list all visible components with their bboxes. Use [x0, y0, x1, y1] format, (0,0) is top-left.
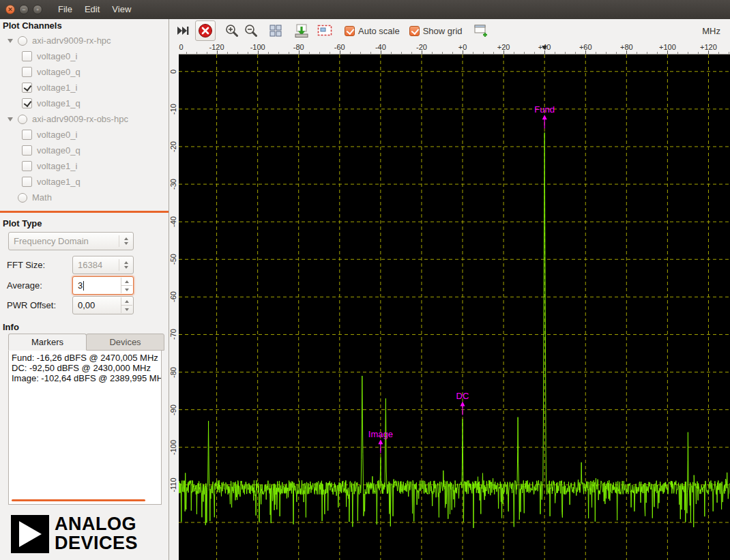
tab-devices[interactable]: Devices	[86, 334, 164, 351]
x-tick-mark	[330, 52, 330, 54]
x-tick-mark	[299, 50, 300, 54]
stop-button[interactable]	[195, 20, 216, 41]
y-tick-label: -30	[169, 172, 177, 196]
zoom-fit-button[interactable]	[266, 20, 285, 41]
ruler-marker-indicator-icon	[542, 46, 547, 50]
tree-item-voltage0-i[interactable]: voltage0_i	[0, 127, 169, 143]
x-tick-mark	[626, 50, 627, 54]
combo-arrows-icon	[119, 259, 128, 271]
channel-checkbox[interactable]	[22, 67, 32, 77]
fft-size-value: 16384	[78, 260, 102, 270]
capture-play-button[interactable]	[173, 20, 192, 41]
average-decrement-button[interactable]	[121, 285, 132, 293]
analog-devices-logo-text: ANALOG DEVICES	[55, 514, 138, 552]
tree-item-axi-adrv9009-rx-hpc[interactable]: axi-adrv9009-rx-hpc	[0, 33, 169, 48]
x-tick-mark	[534, 52, 535, 54]
x-tick-mark	[452, 52, 453, 54]
tree-item-voltage1-q[interactable]: voltage1_q	[0, 174, 169, 190]
x-tick-mark	[503, 50, 504, 54]
zoom-out-button[interactable]	[242, 20, 261, 41]
channel-checkbox[interactable]	[22, 130, 32, 140]
x-tick-mark	[196, 52, 197, 54]
y-tick-label: -80	[169, 360, 177, 385]
text-caret	[83, 281, 84, 291]
expander-icon[interactable]	[8, 117, 13, 121]
x-tick-mark	[688, 52, 688, 54]
x-tick-mark	[268, 52, 269, 54]
checkbox-check-icon	[345, 26, 355, 36]
plot-type-combo[interactable]: Frequency Domain	[8, 232, 134, 250]
channel-checkbox[interactable]	[22, 98, 32, 108]
tab-markers[interactable]: Markers	[8, 334, 87, 351]
x-tick-mark	[411, 52, 412, 54]
x-tick-mark	[289, 52, 289, 54]
tree-item-label: voltage0_i	[37, 51, 77, 61]
plot-type-value: Frequency Domain	[14, 236, 89, 246]
radio-icon[interactable]	[18, 193, 27, 203]
menu-edit[interactable]: Edit	[78, 0, 106, 19]
tree-item-voltage0-q[interactable]: voltage0_q	[0, 64, 169, 80]
pwr-offset-increment-button[interactable]	[121, 297, 132, 305]
average-value: 3	[78, 280, 83, 291]
spin-buttons	[121, 297, 132, 313]
average-increment-button[interactable]	[121, 278, 132, 285]
x-tick-mark	[596, 52, 596, 54]
tree-item-voltage1-i[interactable]: voltage1_i	[0, 158, 169, 174]
marker-info-line: Fund: -16,26 dBFS @ 2470,005 MHz	[12, 353, 158, 363]
x-tick-mark	[473, 52, 473, 54]
snapshot-button[interactable]	[315, 20, 334, 41]
x-tick-mark	[483, 52, 484, 54]
horizontal-scrollbar[interactable]	[12, 499, 145, 501]
marker-arrow-icon	[542, 115, 547, 119]
x-axis-ruler: -140-120-100-80-60-40-20+0+20+40+60+80+1…	[179, 42, 730, 55]
pwr-offset-spinbox[interactable]: 0,00	[72, 296, 134, 314]
save-capture-button[interactable]	[292, 20, 311, 41]
y-tick-label: -100	[169, 435, 177, 460]
auto-scale-checkbox[interactable]: Auto scale	[345, 26, 400, 36]
marker-info-panel[interactable]: Fund: -16,26 dBFS @ 2470,005 MHz DC: -92…	[8, 350, 162, 505]
channel-checkbox[interactable]	[22, 83, 32, 93]
window-maximize-button[interactable]: ▫	[33, 5, 42, 14]
channel-checkbox[interactable]	[22, 51, 32, 61]
radio-icon[interactable]	[18, 115, 27, 124]
logo-line2: DEVICES	[55, 533, 138, 552]
y-tick-label: -90	[169, 398, 177, 422]
fft-size-combo[interactable]: 16384	[72, 256, 134, 274]
channel-checkbox[interactable]	[22, 145, 32, 156]
tree-item-voltage1-i[interactable]: voltage1_i	[0, 80, 169, 95]
x-tick-mark	[217, 50, 218, 54]
y-tick-label: -40	[169, 209, 177, 234]
tree-item-voltage1-q[interactable]: voltage1_q	[0, 95, 169, 111]
pwr-offset-decrement-button[interactable]	[121, 305, 132, 313]
channel-checkbox[interactable]	[22, 177, 32, 187]
tree-item-voltage0-i[interactable]: voltage0_i	[0, 48, 169, 64]
x-tick-mark	[718, 52, 719, 54]
fft-size-label: FFT Size:	[7, 260, 45, 270]
window-buttons: ✕ − ▫	[5, 5, 42, 14]
menu-file[interactable]: File	[52, 0, 78, 19]
snapshot-region-icon	[317, 23, 333, 39]
tree-item-voltage0-q[interactable]: voltage0_q	[0, 143, 169, 158]
plot-channels-title: Plot Channels	[3, 20, 62, 31]
window-minimize-button[interactable]: −	[19, 5, 29, 14]
channel-checkbox[interactable]	[22, 161, 32, 171]
x-tick-mark	[493, 52, 494, 54]
x-axis-unit-label: MHz	[702, 26, 720, 36]
new-plot-button[interactable]	[471, 20, 491, 41]
x-tick-mark	[565, 52, 566, 54]
x-tick-mark	[381, 50, 381, 54]
zoom-fit-icon	[268, 23, 283, 38]
marker-label: Image	[368, 429, 393, 439]
pane-separator[interactable]	[0, 211, 169, 213]
menu-view[interactable]: View	[106, 0, 137, 19]
radio-icon[interactable]	[18, 36, 27, 46]
tree-item-math[interactable]: Math	[0, 190, 169, 205]
show-grid-checkbox[interactable]: Show grid	[409, 26, 463, 36]
info-title: Info	[3, 322, 19, 332]
expander-icon[interactable]	[8, 39, 13, 43]
tree-item-axi-adrv9009-rx-obs-hpc[interactable]: axi-adrv9009-rx-obs-hpc	[0, 111, 169, 127]
window-close-button[interactable]: ✕	[5, 5, 15, 14]
spectrum-plot[interactable]: FundDCImage	[179, 55, 730, 560]
average-spinbox[interactable]: 3	[72, 276, 134, 295]
zoom-in-button[interactable]	[222, 20, 242, 41]
